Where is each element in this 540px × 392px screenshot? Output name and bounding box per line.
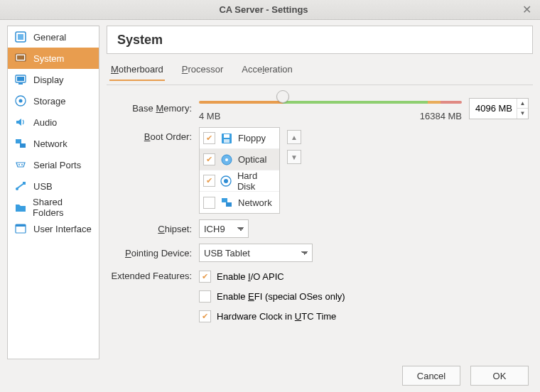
boot-checkbox[interactable]: [203, 132, 215, 144]
tab-motherboard[interactable]: Motherboard: [109, 61, 165, 80]
svg-rect-3: [17, 55, 24, 60]
general-icon: [14, 30, 28, 44]
svg-point-21: [225, 158, 228, 161]
sidebar-item-serial-ports[interactable]: Serial Ports: [8, 154, 99, 175]
svg-rect-24: [222, 198, 227, 202]
check-efi[interactable]: Enable EFI (special OSes only): [199, 288, 529, 305]
label-boot-order: Boot Order:: [107, 127, 192, 142]
memory-spinbox[interactable]: ▲▼: [469, 98, 529, 119]
optical-icon: [220, 153, 234, 167]
svg-rect-25: [226, 202, 232, 207]
svg-rect-14: [23, 182, 26, 185]
row-chipset: Chipset: ICH9: [107, 219, 529, 238]
checkbox[interactable]: [199, 271, 211, 283]
sidebar-item-audio[interactable]: Audio: [8, 111, 99, 133]
boot-order-list: Floppy Optical Hard Disk: [199, 127, 280, 214]
pointing-device-select[interactable]: USB Tablet: [199, 244, 313, 262]
network-icon: [14, 136, 28, 151]
row-pointing: Pointing Device: USB Tablet: [107, 244, 529, 262]
svg-point-13: [16, 187, 18, 190]
sidebar-label: Display: [33, 75, 64, 85]
boot-item-hard-disk[interactable]: Hard Disk: [200, 170, 279, 192]
sidebar-item-general[interactable]: General: [8, 26, 99, 48]
sidebar-item-user-interface[interactable]: User Interface: [8, 218, 99, 239]
svg-rect-19: [224, 139, 230, 143]
checkbox[interactable]: [199, 310, 211, 322]
svg-rect-6: [18, 83, 23, 85]
tab-acceleration[interactable]: Acceleration: [240, 61, 294, 80]
display-icon: [14, 72, 28, 87]
checkbox[interactable]: [199, 290, 211, 303]
sidebar-label: General: [33, 32, 66, 43]
tab-processor[interactable]: Processor: [180, 61, 225, 80]
close-icon[interactable]: ✕: [520, 4, 533, 16]
svg-point-12: [21, 164, 23, 165]
sidebar-label: Shared Folders: [33, 197, 93, 218]
folder-icon: [14, 200, 27, 214]
boot-checkbox[interactable]: [203, 175, 215, 187]
boot-item-network[interactable]: Network: [200, 192, 279, 213]
hard-disk-icon: [220, 174, 233, 188]
label-base-memory: Base Memory:: [107, 103, 192, 114]
boot-item-optical[interactable]: Optical: [200, 149, 279, 170]
slider-min: 4 MB: [199, 111, 220, 121]
sidebar-item-storage[interactable]: Storage: [8, 90, 99, 111]
boot-move-up-button[interactable]: ▲: [287, 130, 301, 144]
main-panel: System Motherboard Processor Acceleratio…: [107, 26, 533, 359]
boot-move-down-button[interactable]: ▼: [287, 150, 301, 164]
svg-rect-18: [224, 134, 230, 138]
audio-icon: [14, 115, 28, 129]
boot-label: Hard Disk: [237, 170, 276, 192]
row-boot-order: Boot Order: Floppy Optical: [107, 127, 529, 214]
sidebar: General System Display Storage Audio Net…: [7, 26, 99, 359]
check-utc[interactable]: Hardware Clock in UTC Time: [199, 307, 529, 325]
boot-label: Floppy: [238, 133, 266, 143]
sidebar-item-display[interactable]: Display: [8, 69, 99, 90]
sidebar-item-system[interactable]: System: [8, 48, 99, 69]
network-icon: [220, 195, 234, 209]
svg-rect-5: [17, 77, 24, 81]
window-title: CA Server - Settings: [7, 4, 520, 15]
sidebar-label: System: [33, 53, 64, 64]
sidebar-item-shared-folders[interactable]: Shared Folders: [8, 197, 99, 218]
cancel-button[interactable]: Cancel: [402, 366, 460, 386]
row-extended: Extended Features: Enable I/O APIC Enabl…: [107, 268, 529, 325]
ok-button[interactable]: OK: [470, 366, 529, 386]
sidebar-item-network[interactable]: Network: [8, 133, 99, 154]
row-base-memory: Base Memory: 4 MB16384 MB ▲▼: [107, 95, 529, 121]
boot-checkbox[interactable]: [203, 197, 215, 209]
spin-up-icon[interactable]: ▲: [517, 99, 528, 109]
spin-down-icon[interactable]: ▼: [517, 109, 528, 119]
boot-label: Optical: [238, 154, 266, 165]
svg-rect-16: [16, 224, 26, 227]
svg-rect-10: [20, 143, 26, 148]
svg-point-23: [224, 179, 228, 183]
svg-point-8: [19, 99, 23, 103]
sidebar-item-usb[interactable]: USB: [8, 175, 99, 197]
dialog-footer: Cancel OK: [0, 359, 540, 392]
content-area: General System Display Storage Audio Net…: [0, 20, 540, 359]
section-title: System: [107, 26, 533, 54]
floppy-icon: [220, 131, 234, 146]
slider-max: 16384 MB: [420, 111, 462, 121]
label-chipset: Chipset:: [107, 224, 192, 234]
sidebar-label: USB: [33, 181, 53, 192]
form-content: Base Memory: 4 MB16384 MB ▲▼ Boot Order:: [107, 85, 533, 329]
label-pointing: Pointing Device:: [107, 248, 192, 258]
chipset-select[interactable]: ICH9: [199, 219, 249, 238]
boot-item-floppy[interactable]: Floppy: [200, 128, 279, 149]
svg-rect-9: [16, 139, 21, 143]
system-icon: [14, 51, 28, 65]
svg-point-11: [18, 164, 20, 165]
boot-checkbox[interactable]: [203, 153, 215, 165]
storage-icon: [14, 94, 28, 108]
check-io-apic[interactable]: Enable I/O APIC: [199, 268, 529, 285]
memory-slider[interactable]: 4 MB16384 MB: [199, 95, 462, 121]
sidebar-label: Network: [33, 138, 68, 149]
usb-icon: [14, 179, 28, 193]
serial-icon: [14, 158, 28, 172]
sidebar-label: Storage: [33, 96, 66, 107]
sidebar-label: Serial Ports: [33, 160, 81, 170]
memory-value-input[interactable]: [470, 99, 517, 119]
ui-icon: [14, 222, 28, 236]
